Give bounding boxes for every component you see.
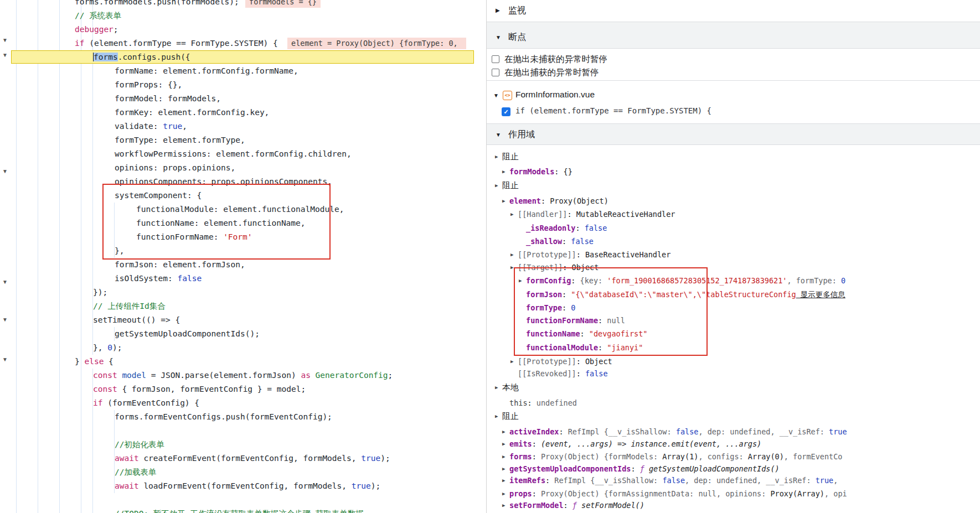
code-token: formName: element.formConfig.formName, xyxy=(115,66,298,75)
expand-icon[interactable]: ▶ xyxy=(510,248,513,261)
expand-icon[interactable]: ▶ xyxy=(495,179,498,192)
scope-row[interactable]: [[IsRevoked]]: false xyxy=(487,367,980,380)
code-line[interactable]: forms.configs.push({ xyxy=(0,50,474,64)
code-line[interactable]: workflowPermissions: element.formConfig.… xyxy=(0,147,474,161)
code-line[interactable]: await loadFormEvent(formEventConfig, for… xyxy=(0,479,474,493)
expand-icon[interactable]: ▶ xyxy=(502,499,505,512)
scope-row[interactable]: ▶阻止 xyxy=(487,179,980,192)
scope-group-label: 阻止 xyxy=(502,152,519,161)
code-line[interactable]: //TODO: 暂不放开,工作流没有获取表单数据这个步骤,获取表单数据 xyxy=(0,507,474,513)
code-line[interactable]: debugger; xyxy=(0,23,474,37)
chevron-down-icon[interactable]: ▼ xyxy=(496,132,501,138)
scope-row[interactable]: ▶阻止 xyxy=(487,150,980,163)
code-line[interactable]: opinions: props.opinions, xyxy=(0,161,474,175)
scope-value: undefined xyxy=(537,398,577,407)
scope-row[interactable]: _shallow: false xyxy=(487,235,980,248)
pause-uncaught-checkbox[interactable] xyxy=(492,55,499,63)
scope-key: this xyxy=(509,398,528,407)
expand-icon[interactable]: ▶ xyxy=(495,150,498,163)
fold-arrow-icon[interactable]: ▼ xyxy=(1,52,9,59)
scope-row[interactable]: this: undefined xyxy=(487,396,980,410)
expand-icon[interactable]: ▶ xyxy=(502,450,505,463)
pause-caught-checkbox[interactable] xyxy=(492,69,499,76)
expand-icon[interactable]: ▶ xyxy=(510,261,513,274)
scope-row[interactable]: ▶[[Prototype]]: BaseReactiveHandler xyxy=(487,248,980,261)
scope-row[interactable]: ▶[[Prototype]]: Object xyxy=(487,355,980,368)
expand-icon[interactable]: ▶ xyxy=(495,381,498,394)
code-line[interactable]: await createFormEvent(formEventConfig, f… xyxy=(0,452,474,465)
code-line[interactable]: if (formEventConfig) { xyxy=(0,396,474,410)
code-line[interactable]: formModel: formModels, xyxy=(0,92,474,106)
breakpoint-enabled-checkbox[interactable]: ✓ xyxy=(502,107,510,116)
code-token: setTimeout(() => { xyxy=(93,315,180,324)
scope-row[interactable]: ▶emits: (event, ...args) => instance.emi… xyxy=(487,437,980,450)
code-text: opinions: props.opinions, xyxy=(115,161,235,175)
code-line[interactable] xyxy=(0,493,474,507)
scope-row[interactable]: ▶itemRefs: RefImpl {__v_isShallow: false… xyxy=(487,474,980,487)
chevron-right-icon[interactable]: ▶ xyxy=(496,7,500,13)
expand-icon[interactable]: ▶ xyxy=(502,425,505,438)
fold-arrow-icon[interactable]: ▼ xyxy=(1,317,9,323)
code-text: //TODO: 暂不放开,工作流没有获取表单数据这个步骤,获取表单数据 xyxy=(115,507,364,513)
breakpoints-section-header[interactable]: ▼ 断点 xyxy=(487,22,980,49)
code-line[interactable]: formKey: element.formConfig.key, xyxy=(0,106,474,120)
expand-icon[interactable]: ▶ xyxy=(502,437,505,450)
expand-icon[interactable]: ▶ xyxy=(510,355,513,368)
code-line[interactable]: forms.formEventConfigs.push(formEventCon… xyxy=(0,410,474,424)
expand-icon[interactable]: ▶ xyxy=(502,194,505,208)
code-token: if xyxy=(75,39,84,48)
scope-row[interactable]: ▶formModels: {} xyxy=(487,165,980,178)
scope-section-label: 作用域 xyxy=(508,129,535,141)
code-token: 0 xyxy=(107,343,112,352)
scope-row[interactable]: ▶forms: Proxy(Object) {formModels: Array… xyxy=(487,450,980,463)
scope-row[interactable]: ▶本地 xyxy=(487,381,980,394)
expand-icon[interactable]: ▶ xyxy=(510,208,513,221)
fold-arrow-icon[interactable]: ▼ xyxy=(1,37,9,44)
code-line[interactable]: formName: element.formConfig.formName, xyxy=(0,64,474,78)
code-line[interactable]: // 上传组件Id集合 xyxy=(0,299,474,313)
scope-section-header[interactable]: ▼ 作用域 xyxy=(487,124,980,145)
breakpoint-code-snippet[interactable]: if (element.formType == FormType.SYSTEM)… xyxy=(515,106,711,115)
code-line[interactable]: getSystemUploadComponentIds(); xyxy=(0,327,474,341)
scope-row[interactable]: ▶阻止 xyxy=(487,410,980,423)
breakpoint-file-name[interactable]: FormInformation.vue xyxy=(515,90,595,100)
code-line[interactable] xyxy=(0,424,474,438)
code-line[interactable]: const { formJson, formEventConfig } = mo… xyxy=(0,382,474,396)
scope-colon: : xyxy=(576,357,585,366)
code-line[interactable]: //初始化表单 xyxy=(0,438,474,452)
code-line[interactable]: // 系统表单 xyxy=(0,9,474,23)
fold-arrow-icon[interactable]: ▼ xyxy=(1,356,9,363)
pause-caught-label[interactable]: 在抛出捕获的异常时暂停 xyxy=(504,67,599,79)
code-line[interactable]: isOldSystem: false xyxy=(0,272,474,286)
code-line[interactable]: formProps: {}, xyxy=(0,78,474,92)
scope-row[interactable]: _isReadonly: false xyxy=(487,221,980,235)
breakpoint-list: ▼ <> FormInformation.vue ✓ if (element.f… xyxy=(487,81,980,124)
code-line[interactable]: //加载表单 xyxy=(0,465,474,479)
scope-row[interactable]: ▶[[Handler]]: MutableReactiveHandler xyxy=(487,208,980,221)
code-line[interactable]: setTimeout(() => { xyxy=(0,313,474,327)
editor-scrollbar[interactable] xyxy=(474,0,486,513)
code-line[interactable]: } else { xyxy=(0,355,474,369)
code-line[interactable]: formJson: element.formJson, xyxy=(0,258,474,272)
code-line[interactable]: if (element.formType == FormType.SYSTEM)… xyxy=(0,37,474,50)
code-line[interactable]: const model = JSON.parse(element.formJso… xyxy=(0,369,474,382)
code-line[interactable]: forms.formModels.push(formModels);formMo… xyxy=(0,0,474,9)
code-line[interactable]: formType: element.formType, xyxy=(0,133,474,147)
code-line[interactable]: }, 0); xyxy=(0,341,474,355)
watch-section-header[interactable]: ▶ 监视 xyxy=(487,0,980,22)
chevron-down-icon[interactable]: ▼ xyxy=(496,34,501,40)
file-collapse-icon[interactable]: ▼ xyxy=(493,92,499,99)
expand-icon[interactable]: ▶ xyxy=(502,165,505,178)
expand-icon[interactable]: ▶ xyxy=(495,410,498,423)
scope-row[interactable]: ▶element: Proxy(Object) xyxy=(487,194,980,208)
code-line[interactable]: }); xyxy=(0,286,474,299)
code-line[interactable]: validate: true, xyxy=(0,120,474,133)
fold-arrow-icon[interactable]: ▼ xyxy=(1,279,9,286)
fold-arrow-icon[interactable]: ▼ xyxy=(1,168,9,175)
expand-icon[interactable]: ▶ xyxy=(502,474,505,487)
scope-row-content: 阻止 xyxy=(502,410,519,423)
show-more-link[interactable]: 显示更多信息 xyxy=(796,290,845,299)
scope-row[interactable]: ▶setFormModel: ƒ setFormModel() xyxy=(487,499,980,512)
scope-row[interactable]: ▶activeIndex: RefImpl {__v_isShallow: fa… xyxy=(487,425,980,438)
pause-uncaught-label[interactable]: 在抛出未捕获的异常时暂停 xyxy=(504,54,607,65)
